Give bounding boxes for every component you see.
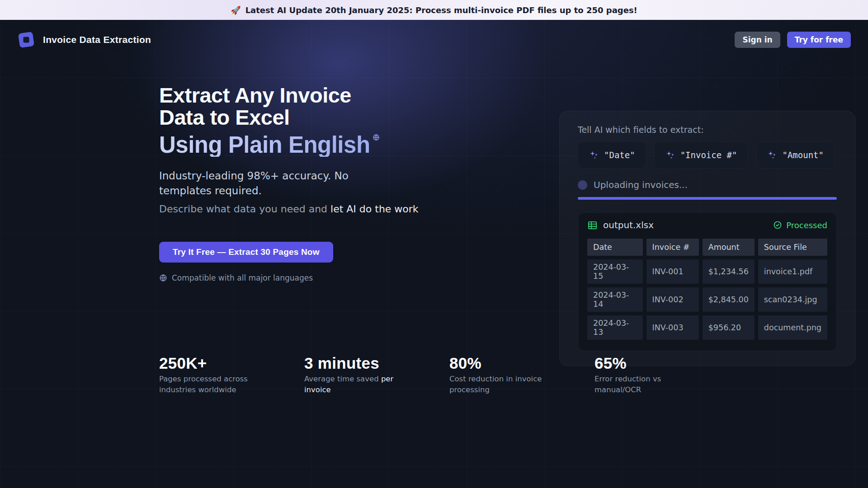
header: Invoice Data Extraction Sign in Try for … [0,20,868,60]
cell-amount: $1,234.56 [703,259,755,284]
extraction-table-wrap: Date Invoice # Amount Source File 2024-0… [584,235,831,343]
uploading-status-row: Uploading invoices... [578,179,837,190]
sign-in-button[interactable]: Sign in [735,32,780,48]
hero-description-emphasis: let AI do the work [330,203,419,215]
cell-date: 2024-03-13 [587,315,643,340]
app-logo-icon [17,31,35,49]
column-header-date: Date [587,239,643,256]
field-chip-date[interactable]: "Date" [578,141,646,169]
brand-title: Invoice Data Extraction [43,34,151,45]
table-row: 2024-03-13 INV-003 $956.20 document.png [587,315,827,340]
stat-label-plain: Average time saved [304,375,381,383]
cell-amount: $2,845.00 [703,287,755,312]
cell-invoice: INV-001 [646,259,699,284]
field-chip-label: "Date" [604,150,635,160]
rocket-icon: 🚀 [231,5,241,15]
globe-icon [373,134,380,141]
stat-value: 250K+ [159,354,304,373]
stat-value: 3 minutes [304,354,449,373]
output-file-header: output.xlsx Processed [587,220,827,230]
column-header-amount: Amount [703,239,755,256]
hero-section: Extract Any Invoice Data to Excel Using … [159,84,448,282]
stat-label: Average time saved per invoice [304,374,417,395]
brand: Invoice Data Extraction [17,31,151,49]
field-chip-amount[interactable]: "Amount" [756,141,835,169]
stat-value: 65% [594,354,740,373]
stat-pages-processed: 250K+ Pages processed across industries … [159,354,304,395]
announcement-banner: 🚀 Latest AI Update 20th January 2025: Pr… [0,0,868,20]
stat-value: 80% [449,354,594,373]
output-file-name-row: output.xlsx [587,220,654,230]
sparkles-icon [665,150,675,160]
title-line-3-row: Using Plain English [159,133,448,157]
title-line-2: Data to Excel [159,105,290,129]
globe-icon [159,274,167,282]
stat-time-saved: 3 minutes Average time saved per invoice [304,354,449,395]
cell-source: scan0234.jpg [758,287,827,312]
stats-row: 250K+ Pages processed across industries … [159,354,740,395]
announcement-text: Latest AI Update 20th January 2025: Proc… [245,5,637,15]
uploading-label: Uploading invoices... [594,179,688,190]
cell-source: document.png [758,315,827,340]
hero-description-plain: Describe what data you need and [159,203,330,215]
hero-description: Describe what data you need and let AI d… [159,203,448,215]
stat-label: Error reduction vs manual/OCR [594,374,708,395]
cell-amount: $956.20 [703,315,755,340]
prompt-label: Tell AI which fields to extract: [578,125,837,135]
spreadsheet-icon [587,220,598,230]
demo-card: Tell AI which fields to extract: "Date" … [559,111,855,366]
cell-date: 2024-03-14 [587,287,643,312]
stat-label: Cost reduction in invoice processing [449,374,562,395]
hero-subtitle: Industry-leading 98%+ accuracy. No templ… [159,169,383,198]
check-circle-icon [773,221,782,230]
field-chips: "Date" "Invoice #" "Amount" [578,141,837,169]
sparkles-icon [767,150,777,160]
cell-source: invoice1.pdf [758,259,827,284]
column-header-source: Source File [758,239,827,256]
stat-cost-reduction: 80% Cost reduction in invoice processing [449,354,594,395]
title-line-3: Using Plain English [159,133,370,157]
column-header-invoice: Invoice # [646,239,699,256]
stat-label: Pages processed across industries worldw… [159,374,272,395]
field-chip-label: "Amount" [782,150,824,160]
header-actions: Sign in Try for free [735,32,851,48]
output-file-name: output.xlsx [603,220,654,230]
compatibility-row: Compatible with all major languages [159,273,448,282]
cell-date: 2024-03-15 [587,259,643,284]
sparkles-icon [589,150,599,160]
table-row: 2024-03-15 INV-001 $1,234.56 invoice1.pd… [587,259,827,284]
try-for-free-button[interactable]: Try for free [787,32,851,48]
status-badge: Processed [773,221,827,230]
upload-progress-bar [578,197,837,200]
field-chip-invoice-number[interactable]: "Invoice #" [654,141,748,169]
title-line-1: Extract Any Invoice [159,83,351,107]
extraction-table: Date Invoice # Amount Source File 2024-0… [584,235,831,343]
cell-invoice: INV-003 [646,315,699,340]
compatibility-label: Compatible with all major languages [172,273,313,282]
stat-error-reduction: 65% Error reduction vs manual/OCR [594,354,740,395]
table-header-row: Date Invoice # Amount Source File [587,239,827,256]
output-file-card: output.xlsx Processed Date Invoice # [578,212,837,351]
field-chip-label: "Invoice #" [680,150,737,160]
table-row: 2024-03-14 INV-002 $2,845.00 scan0234.jp… [587,287,827,312]
status-badge-label: Processed [786,221,827,230]
cell-invoice: INV-002 [646,287,699,312]
page: 🚀 Latest AI Update 20th January 2025: Pr… [0,0,868,488]
uploading-dot-icon [578,180,587,190]
page-title: Extract Any Invoice Data to Excel [159,84,448,129]
cta-button[interactable]: Try It Free — Extract 30 Pages Now [159,242,333,263]
